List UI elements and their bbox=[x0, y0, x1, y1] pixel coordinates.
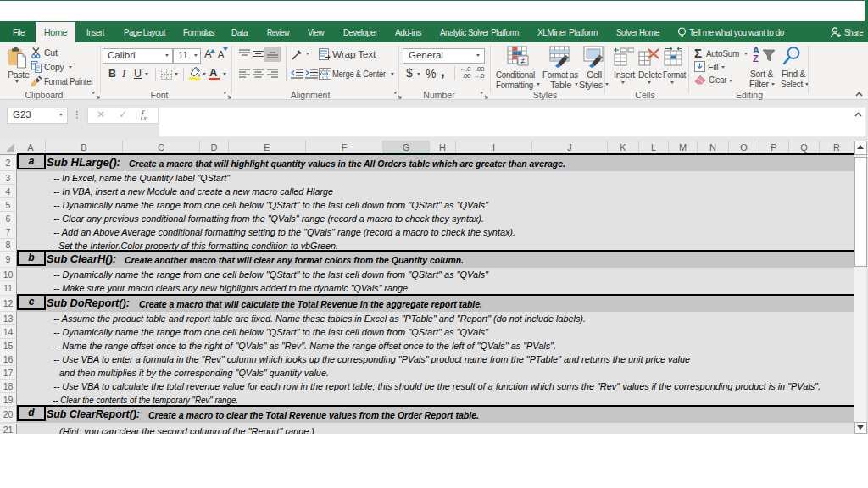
svg-text:≠: ≠ bbox=[521, 57, 526, 65]
